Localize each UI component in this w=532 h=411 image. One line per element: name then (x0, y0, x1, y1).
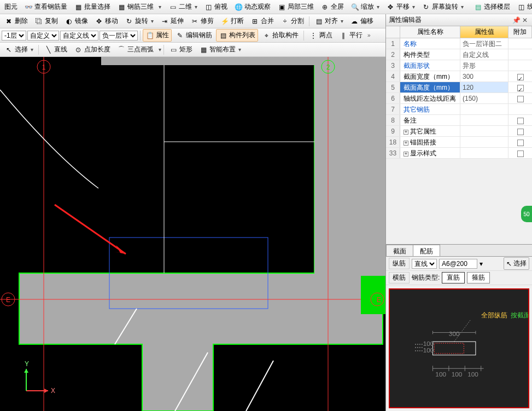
zongjin-spec[interactable] (439, 259, 477, 269)
zongjin-type[interactable]: 直线 (412, 259, 437, 269)
property-row[interactable]: 7其它钢筋 (386, 104, 532, 115)
btn-stirrup[interactable]: 箍筋 (467, 272, 490, 283)
section-preview[interactable]: 全部纵筋 按截面 300 100 100 100 100 100 (389, 288, 529, 408)
property-row[interactable]: 4截面宽度（mm）300 (386, 71, 532, 82)
floor-select[interactable]: -1层 (2, 31, 26, 40)
svg-text:100: 100 (452, 371, 463, 378)
btn-straight[interactable]: 直筋 (442, 272, 465, 283)
btn-rebar-select[interactable]: ↖选择 (504, 257, 529, 270)
btn-point-len[interactable]: ⊙点加长度 (71, 43, 113, 56)
svg-marker-25 (24, 369, 28, 373)
property-grid-header: 属性名称 属性值 附加 (386, 26, 532, 38)
category-select[interactable]: 自定义 (27, 31, 59, 40)
btn-property[interactable]: 📋属性 (143, 29, 172, 42)
svg-point-42 (417, 347, 418, 348)
btn-offset[interactable]: ☁偏移 (347, 15, 376, 27)
btn-parallel[interactable]: ∥平行 (336, 29, 365, 42)
overflow-icon[interactable]: » (367, 32, 371, 38)
btn-move[interactable]: ✥移动 (92, 15, 121, 27)
btn-arc3p[interactable]: ⌒三点画弧 (114, 43, 156, 56)
col-add: 附加 (508, 26, 532, 38)
btn-check-rebar[interactable]: 👓查看钢筋量 (21, 1, 70, 13)
btn-orbit[interactable]: 🌐动态观察 (231, 1, 273, 13)
property-row[interactable]: 33+显示样式 (386, 148, 532, 159)
property-row[interactable]: 8备注 (386, 115, 532, 126)
btn-align[interactable]: ▤对齐▾ (312, 15, 346, 27)
btn-member-list[interactable]: ▤构件列表 (216, 29, 258, 42)
type-select[interactable]: 自定义线 (60, 31, 98, 40)
tab-rebar[interactable]: 配筋 (413, 245, 440, 256)
btn-wireframe[interactable]: ◫线框 (514, 1, 532, 13)
label-zongjin: 纵筋 (389, 258, 410, 269)
btn-trim[interactable]: ✂修剪 (188, 15, 217, 27)
topview-icon: ◫ (204, 3, 213, 11)
svg-text:100: 100 (435, 371, 446, 378)
property-row[interactable]: 3截面形状异形 (386, 60, 532, 71)
btn-rebar-3d[interactable]: ▦钢筋三维 (114, 1, 156, 13)
twopoint-icon: ⋮ (309, 31, 318, 40)
btn-break[interactable]: ⚡打断 (218, 15, 247, 27)
fullscreen-icon: ⊕ (320, 3, 329, 11)
btn-batch-select[interactable]: ▦批量选择 (71, 1, 113, 13)
btn-top-view[interactable]: ◫俯视 (201, 1, 230, 13)
dropdown-icon[interactable]: ▾ (159, 4, 161, 10)
svg-text:按截面: 按截面 (511, 311, 528, 319)
col-value: 属性值 (460, 26, 508, 38)
merge-icon: ⊞ (250, 17, 259, 26)
svg-line-10 (246, 361, 273, 411)
pointlen-icon: ⊙ (74, 45, 83, 54)
btn-select-floor[interactable]: ▤选择楼层 (471, 1, 513, 13)
btn-mirror[interactable]: ◐镜像 (62, 15, 91, 27)
btn-pick-member[interactable]: ⌖拾取构件 (259, 29, 301, 42)
pan-icon: ✥ (386, 3, 395, 11)
btn-merge[interactable]: ⊞合并 (248, 15, 277, 27)
toolbar-view: 图元 👓查看钢筋量 ▦批量选择 ▦钢筋三维 ▾ ▭二维▾ ◫俯视 🌐动态观察 ▣… (0, 0, 532, 14)
btn-smart-place[interactable]: ▦智能布置▾ (196, 43, 244, 56)
svg-point-41 (415, 347, 416, 348)
btn-screen-rotate[interactable]: ↻屏幕旋转▾ (419, 1, 466, 13)
btn-line[interactable]: ╲直线 (41, 43, 70, 56)
btn-pan[interactable]: ✥平移▾ (383, 1, 418, 13)
btn-copy[interactable]: ⿻复制 (32, 15, 61, 27)
drawing-canvas[interactable]: 1 2 E E X Y (0, 57, 385, 411)
glasses-icon: 👓 (24, 3, 33, 11)
label-hengjin: 横筋 (389, 272, 410, 283)
list-icon: ▤ (219, 31, 227, 40)
btn-two-point[interactable]: ⋮两点 (306, 29, 335, 42)
offset-icon: ☁ (350, 17, 359, 26)
btn-tuyuan[interactable]: 图元 (2, 1, 20, 13)
property-row[interactable]: 18+锚固搭接 (386, 137, 532, 148)
property-row[interactable]: 5截面高度（mm）120 (386, 82, 532, 93)
btn-rotate[interactable]: ↻旋转▾ (122, 15, 156, 27)
btn-delete[interactable]: ✖删除 (2, 15, 31, 27)
btn-split[interactable]: ÷分割 (278, 15, 307, 27)
btn-zoom[interactable]: 🔍缩放▾ (348, 1, 382, 13)
btn-extend[interactable]: ⇥延伸 (157, 15, 186, 27)
btn-edit-rebar[interactable]: ✎编辑钢筋 (173, 29, 215, 42)
property-row[interactable]: 2构件类型自定义线 (386, 49, 532, 60)
svg-point-46 (417, 350, 418, 351)
smart-icon: ▦ (199, 45, 208, 54)
property-row[interactable]: 6轴线距左边线距离(150) (386, 93, 532, 104)
pin-icon[interactable]: 📌 (512, 16, 521, 24)
btn-select[interactable]: ↖选择▾ (2, 43, 36, 56)
btn-2d[interactable]: ▭二维▾ (166, 1, 200, 13)
btn-local-3d[interactable]: ▣局部三维 (274, 1, 317, 13)
btn-rect[interactable]: ▭矩形 (166, 43, 195, 56)
svg-point-48 (422, 350, 423, 351)
label-rebar-type: 钢筋类型: (412, 273, 440, 282)
svg-point-38 (417, 344, 418, 345)
badge-50[interactable]: 50 (521, 206, 532, 222)
close-icon[interactable]: ✕ (521, 16, 529, 24)
rotate-icon: ↻ (422, 3, 430, 11)
rebar3d-icon: ▦ (117, 3, 126, 11)
property-panel-title: 属性编辑器 (389, 15, 512, 25)
tab-section[interactable]: 截面 (386, 245, 413, 256)
spec-dd[interactable]: ▾ (480, 260, 483, 268)
pick-icon: ⌖ (262, 31, 271, 40)
property-row[interactable]: 9+其它属性 (386, 126, 532, 137)
btn-fullscreen[interactable]: ⊕全屏 (318, 1, 347, 13)
member-select[interactable]: 负一层详 (100, 31, 138, 40)
svg-rect-32 (434, 343, 464, 354)
property-row[interactable]: 1名称负一层详图二 (386, 38, 532, 49)
